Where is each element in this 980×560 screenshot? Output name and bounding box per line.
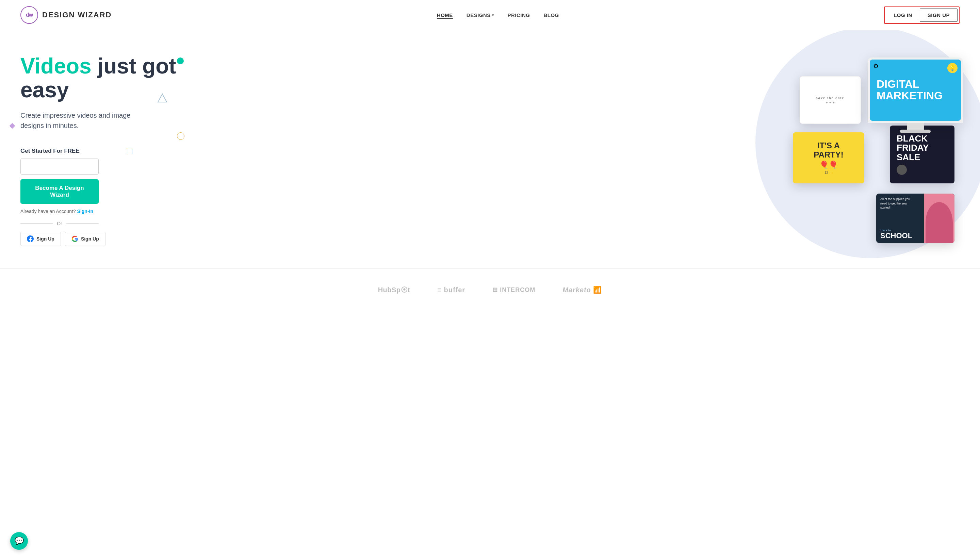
nav-home[interactable]: HOME	[437, 12, 453, 18]
or-text: Or	[57, 221, 62, 226]
signup-button[interactable]: SIGN UP	[920, 8, 958, 22]
black-friday-title: BLACK FRIDAY SALE	[897, 134, 948, 162]
buffer-logo: ≡ buffer	[437, 286, 465, 294]
nav-pricing[interactable]: PRICING	[507, 12, 530, 18]
social-signup-container: Sign Up Sign Up	[20, 232, 184, 246]
brand-name: DESIGN WIZARD	[42, 10, 112, 19]
google-signup-button[interactable]: Sign Up	[65, 232, 105, 246]
get-started-label: Get Started For FREE	[20, 148, 184, 155]
email-input[interactable]	[20, 158, 99, 175]
digital-marketing-card-title: DIGITALMARKETING	[877, 78, 943, 102]
divider-right	[67, 223, 99, 223]
or-divider: Or	[20, 221, 99, 226]
auth-buttons-container: LOG IN SIGN UP	[884, 7, 960, 24]
hero-content: Videos just goteasy Create impressive vi…	[20, 47, 184, 246]
become-wizard-button[interactable]: Become A Design Wizard	[20, 179, 99, 204]
design-cards: 💡 ⚙ DIGITALMARKETING save the date ✦ ✦ ✦…	[201, 57, 973, 248]
google-icon	[72, 235, 78, 242]
hero-section: Videos just goteasy Create impressive vi…	[0, 30, 980, 262]
main-nav: HOME DESIGNS ▾ PRICING BLOG	[437, 12, 559, 18]
nav-blog[interactable]: BLOG	[543, 12, 559, 18]
partner-logos-section: HubSp⦿t ≡ buffer ⊞ INTERCOM Marketo 📶	[0, 268, 980, 311]
party-card-title: IT'S APARTY!	[813, 141, 843, 159]
black-friday-card: BLACK FRIDAY SALE	[890, 125, 955, 183]
divider-left	[20, 223, 53, 223]
logo-icon[interactable]: dw	[20, 6, 38, 24]
intercom-logo: ⊞ INTERCOM	[492, 286, 535, 293]
party-card: IT'S APARTY! 🎈🎈 12 —	[793, 132, 864, 183]
monitor-frame: 💡 ⚙ DIGITALMARKETING	[868, 57, 963, 133]
logo-area: dw DESIGN WIZARD	[20, 6, 112, 24]
facebook-signup-button[interactable]: Sign Up	[20, 232, 61, 246]
sign-in-link[interactable]: Sign-In	[77, 208, 93, 214]
hero-subtitle: Create impressive videos and image desig…	[20, 110, 143, 131]
back-to-school-card: All of the supplies you need to get the …	[876, 193, 955, 243]
hero-title-highlight: Videos	[20, 54, 92, 78]
diamond-shape	[10, 123, 15, 129]
marketo-logo: Marketo 📶	[562, 286, 602, 294]
save-date-card: save the date ✦ ✦ ✦	[800, 76, 861, 124]
chevron-down-icon: ▾	[492, 13, 494, 17]
hero-title: Videos just goteasy	[20, 54, 184, 102]
login-button[interactable]: LOG IN	[886, 9, 920, 22]
facebook-icon	[27, 235, 34, 242]
header: dw DESIGN WIZARD HOME DESIGNS ▾ PRICING …	[0, 0, 980, 30]
hubspot-logo: HubSp⦿t	[378, 286, 410, 294]
hero-illustration: 💡 ⚙ DIGITALMARKETING save the date ✦ ✦ ✦…	[184, 47, 960, 252]
nav-designs[interactable]: DESIGNS ▾	[467, 12, 494, 18]
already-account-text: Already have an Account? Sign-In	[20, 208, 184, 214]
